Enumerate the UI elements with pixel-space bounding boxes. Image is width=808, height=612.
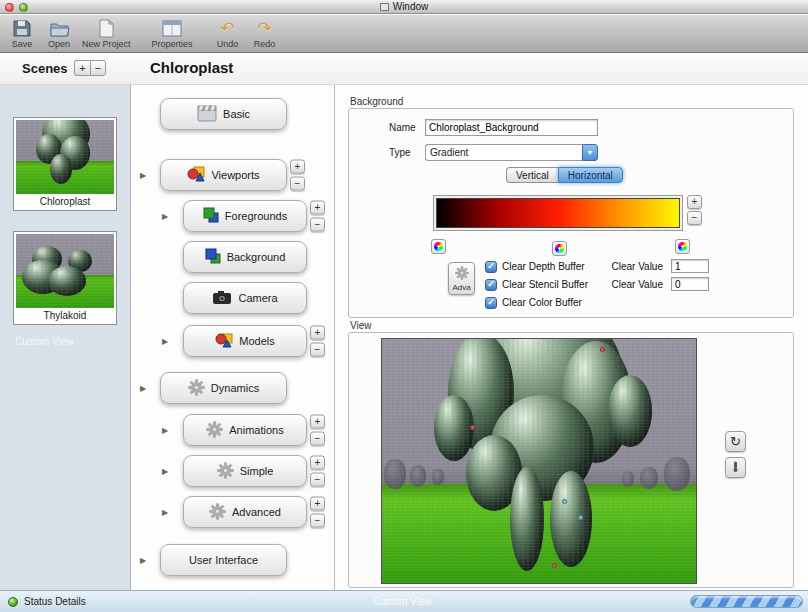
simple-button[interactable]: Simple bbox=[183, 455, 307, 487]
background-button[interactable]: Background bbox=[183, 241, 307, 273]
add-viewport-button[interactable]: + bbox=[290, 160, 305, 174]
clear-depth-checkbox[interactable]: ✓ bbox=[485, 261, 497, 273]
advanced-button[interactable]: Advanced bbox=[183, 496, 307, 528]
gradient-left-color-button[interactable] bbox=[431, 239, 446, 254]
redo-icon: ↷ bbox=[257, 19, 271, 39]
window-titlebar[interactable]: Window bbox=[0, 0, 808, 14]
status-indicator-icon bbox=[8, 597, 18, 607]
tree-row-foregrounds: ▶ Foregrounds + − bbox=[132, 200, 334, 232]
clear-value-input-2[interactable] bbox=[671, 277, 709, 291]
add-scene-button[interactable]: + bbox=[74, 60, 90, 76]
expander-icon[interactable]: ▶ bbox=[162, 337, 168, 346]
scene-thumbnail bbox=[16, 234, 114, 308]
properties-panel: Background Name Type Gradient ▼ Vertical… bbox=[336, 85, 808, 590]
user-interface-button[interactable]: User Interface bbox=[160, 544, 287, 576]
models-button[interactable]: Models bbox=[183, 325, 307, 357]
expander-icon[interactable]: ▶ bbox=[162, 212, 168, 221]
open-button[interactable]: Open bbox=[45, 19, 73, 49]
rotate-icon: ↻ bbox=[730, 434, 741, 449]
remove-viewport-button[interactable]: − bbox=[290, 177, 305, 191]
scene-card-chloroplast[interactable]: Chloroplast bbox=[13, 117, 117, 211]
tree-row-user-interface: ▶ User Interface bbox=[132, 544, 334, 576]
check-icon: ✓ bbox=[487, 298, 495, 307]
redo-button[interactable]: ↷ Redo bbox=[251, 19, 279, 49]
save-icon bbox=[12, 19, 32, 39]
add-remove-group: + − bbox=[290, 160, 305, 191]
undo-button[interactable]: ↶ Undo bbox=[214, 19, 242, 49]
color-wheel-icon bbox=[678, 242, 687, 251]
add-gradient-stop-button[interactable]: + bbox=[687, 195, 702, 209]
check-icon: ✓ bbox=[487, 280, 495, 289]
model-shapes-icon bbox=[215, 332, 233, 350]
expander-icon[interactable]: ▶ bbox=[162, 467, 168, 476]
window-icon bbox=[380, 3, 389, 11]
add-remove-group: + − bbox=[310, 201, 325, 232]
rotate-view-button[interactable]: ↻ bbox=[725, 431, 746, 452]
add-model-button[interactable]: + bbox=[310, 326, 325, 340]
expander-icon[interactable]: ▶ bbox=[140, 556, 146, 565]
clear-value-label-1: Clear Value bbox=[607, 261, 663, 272]
gradient-mid-color-button[interactable] bbox=[552, 241, 567, 256]
advanced-settings-button[interactable]: Adva bbox=[448, 262, 475, 295]
expander-icon[interactable]: ▶ bbox=[140, 171, 146, 180]
horizontal-button[interactable]: Horizontal bbox=[558, 167, 623, 183]
gradient-right-color-button[interactable] bbox=[675, 239, 690, 254]
type-combo[interactable]: Gradient ▼ bbox=[425, 144, 598, 161]
gear-icon bbox=[455, 266, 469, 282]
dynamics-button[interactable]: Dynamics bbox=[160, 372, 287, 404]
color-wheel-icon bbox=[555, 244, 564, 253]
viewport-3d[interactable] bbox=[381, 338, 697, 584]
vertical-button[interactable]: Vertical bbox=[506, 167, 558, 183]
clear-color-checkbox[interactable]: ✓ bbox=[485, 297, 497, 309]
properties-button[interactable]: Properties bbox=[152, 19, 193, 49]
sidebar-watermark: Custom View bbox=[15, 336, 74, 347]
advanced-button-label: Adva bbox=[452, 283, 470, 292]
background-group: Name Type Gradient ▼ Vertical Horizontal… bbox=[348, 108, 794, 318]
camera-button[interactable]: Camera bbox=[183, 282, 307, 314]
pin-icon bbox=[729, 459, 742, 477]
add-foreground-button[interactable]: + bbox=[310, 201, 325, 215]
clear-depth-checkbox-row: ✓ Clear Depth Buffer bbox=[485, 260, 585, 273]
viewports-button[interactable]: Viewports bbox=[160, 159, 287, 191]
add-animation-button[interactable]: + bbox=[310, 415, 325, 429]
add-advanced-button[interactable]: + bbox=[310, 497, 325, 511]
scene-card-thylakoid[interactable]: Thylakoid bbox=[13, 231, 117, 325]
add-remove-group: + − bbox=[310, 497, 325, 528]
scene-add-remove-group: + − bbox=[74, 60, 106, 76]
new-project-button[interactable]: New Project bbox=[82, 19, 131, 49]
clear-stencil-label: Clear Stencil Buffer bbox=[502, 279, 588, 290]
expander-icon[interactable]: ▶ bbox=[162, 508, 168, 517]
background-name-input[interactable] bbox=[425, 119, 598, 136]
tree-row-simple: ▶ Simple + − bbox=[132, 455, 334, 487]
basic-button[interactable]: Basic bbox=[160, 98, 287, 130]
probe-tool-button[interactable] bbox=[725, 457, 746, 478]
remove-gradient-stop-button[interactable]: − bbox=[687, 211, 702, 225]
animations-button[interactable]: Animations bbox=[183, 414, 307, 446]
expander-icon[interactable]: ▶ bbox=[162, 426, 168, 435]
gradient-bar[interactable] bbox=[436, 198, 680, 228]
remove-foreground-button[interactable]: − bbox=[310, 218, 325, 232]
status-watermark: Custom View bbox=[373, 596, 432, 607]
save-button[interactable]: Save bbox=[8, 19, 36, 49]
tree-row-background: Background bbox=[132, 241, 334, 273]
add-simple-button[interactable]: + bbox=[310, 456, 325, 470]
header-band: Scenes + − Chloroplast bbox=[0, 54, 808, 85]
clear-stencil-checkbox[interactable]: ✓ bbox=[485, 279, 497, 291]
new-document-icon bbox=[98, 19, 114, 39]
film-icon bbox=[197, 105, 217, 124]
remove-advanced-button[interactable]: − bbox=[310, 514, 325, 528]
add-remove-group: + − bbox=[310, 415, 325, 446]
remove-animation-button[interactable]: − bbox=[310, 432, 325, 446]
remove-simple-button[interactable]: − bbox=[310, 473, 325, 487]
type-combo-button[interactable]: ▼ bbox=[582, 144, 598, 161]
gear-icon bbox=[217, 462, 234, 481]
clear-color-label: Clear Color Buffer bbox=[502, 297, 582, 308]
expander-icon[interactable]: ▶ bbox=[140, 384, 146, 393]
scenes-sidebar: Chloroplast Thylakoid Custom View bbox=[0, 85, 131, 590]
clear-value-input-1[interactable] bbox=[671, 259, 709, 273]
foregrounds-button[interactable]: Foregrounds bbox=[183, 200, 307, 232]
remove-scene-button[interactable]: − bbox=[90, 60, 106, 76]
check-icon: ✓ bbox=[487, 262, 495, 271]
remove-model-button[interactable]: − bbox=[310, 343, 325, 357]
tree-row-basic: Basic bbox=[132, 98, 334, 130]
